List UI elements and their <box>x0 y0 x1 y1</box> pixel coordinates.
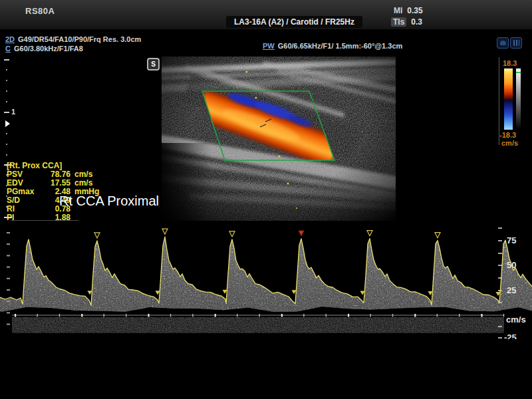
orientation-marker-badge[interactable]: S <box>147 58 160 70</box>
probe-icon-glyph <box>500 41 506 45</box>
meas-unit <box>70 213 99 222</box>
focus-marker-icon[interactable] <box>5 120 10 127</box>
gray-scale-bar <box>516 68 521 130</box>
mi-readout: MI 0.35 <box>394 6 423 15</box>
b-mode-params: G49/DR54/FA10/P90/Frq Res. 3.0cm <box>18 35 141 43</box>
color-scale-bar <box>504 68 513 130</box>
pw-mode-params-line: PWG60/6.65kHz/F1/ 1.5mm:-60°@1.3cm <box>263 42 402 50</box>
left-velocity-ticks <box>7 232 10 325</box>
probe-preset-strip[interactable]: LA3-16A (A2) / Carotid / FR25Hz <box>226 16 362 28</box>
depth-label: 1 <box>11 108 15 116</box>
measurement-results-panel: [Rt. Prox CCA] PSV78.76cm/s EDV17.55cm/s… <box>7 162 99 222</box>
meas-label: PI <box>7 213 40 222</box>
title-bar: RS80A LA3-16A (A2) / Carotid / FR25Hz MI… <box>0 0 532 30</box>
body-marker-icon-glyph <box>513 40 519 46</box>
color-mode-label[interactable]: C <box>5 45 11 53</box>
b-mode-params-line: 2DG49/DR54/FA10/P90/Frq Res. 3.0cm <box>5 35 141 43</box>
tis-readout: TIs 0.3 <box>391 17 422 27</box>
meas-value: 1.88 <box>40 213 70 222</box>
peak-marker <box>229 231 235 237</box>
spectral-display: 75 50 25 cm/s -25 <box>0 223 532 339</box>
peak-marker <box>162 229 168 234</box>
selected-peak-marker <box>299 231 304 236</box>
b-mode-label[interactable]: 2D <box>5 35 15 43</box>
sweep-indicator <box>11 220 78 221</box>
peak-marker <box>367 231 372 236</box>
system-name: RS80A <box>25 6 55 16</box>
velocity-unit-label: cm/s <box>506 315 526 325</box>
annotation-text: Rt CCA Proximal <box>59 194 159 209</box>
color-scale-unit: cm/s <box>501 139 518 147</box>
mi-label: MI <box>394 6 402 15</box>
depth-tick-major <box>4 112 9 113</box>
mi-value: 0.35 <box>407 6 422 15</box>
body-marker-icon[interactable] <box>510 37 522 49</box>
b-mode-image <box>162 57 396 221</box>
color-scale-max: 18.3 <box>503 59 517 67</box>
peak-marker <box>94 233 100 238</box>
depth-ticks-minor <box>6 69 7 104</box>
velocity-label-25: 25 <box>507 285 516 295</box>
measurement-row: PI1.88 <box>7 213 99 222</box>
color-mode-params: G60/3.80kHz/F1/FA8 <box>14 45 83 53</box>
velocity-label-neg25: -25 <box>504 332 517 339</box>
tis-value: 0.3 <box>411 17 422 27</box>
gray-scale-marker <box>516 72 521 73</box>
tis-label: TIs <box>391 17 406 27</box>
ultrasound-screen: RS80A LA3-16A (A2) / Carotid / FR25Hz MI… <box>0 0 532 399</box>
pw-mode-params: G60/6.65kHz/F1/ 1.5mm:-60°@1.3cm <box>278 42 403 50</box>
color-scale-min: -18.3 <box>499 131 516 139</box>
velocity-label-75: 75 <box>507 235 516 245</box>
pw-mode-label[interactable]: PW <box>263 42 275 50</box>
probe-icon[interactable] <box>497 37 509 49</box>
depth-tick-major <box>4 59 9 61</box>
peak-marker <box>435 233 440 238</box>
color-mode-params-line: CG60/3.80kHz/F1/FA8 <box>5 45 83 53</box>
